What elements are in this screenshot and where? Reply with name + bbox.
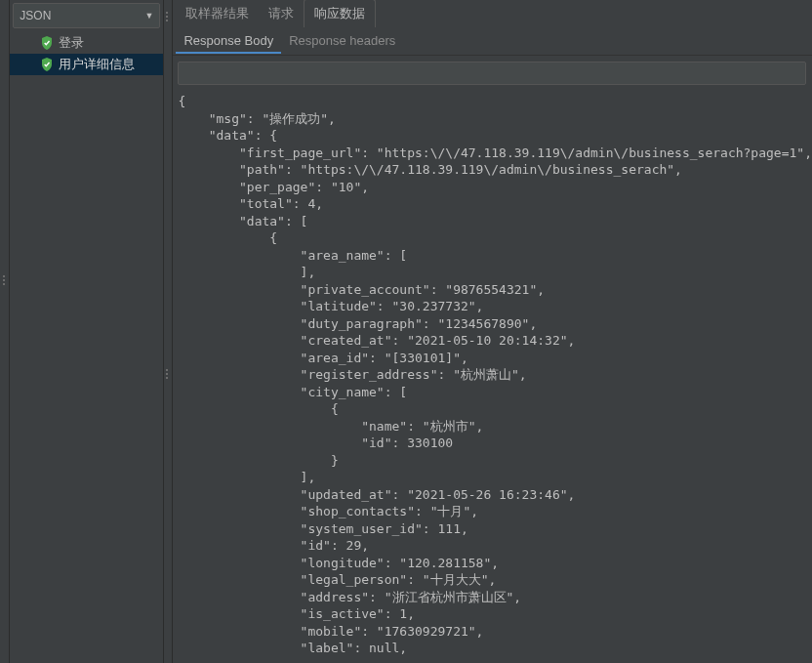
tab-response-headers[interactable]: Response headers <box>281 29 403 54</box>
drag-handle-icon[interactable] <box>166 12 168 21</box>
tree-item-label: 登录 <box>59 34 84 52</box>
tree-item-label: 用户详细信息 <box>59 56 135 73</box>
tree-item-login[interactable]: 登录 <box>10 32 163 54</box>
tab-sampler-result[interactable]: 取样器结果 <box>176 0 259 27</box>
search-input[interactable] <box>178 62 806 85</box>
tab-response-body[interactable]: Response Body <box>176 29 281 54</box>
main-content: 取样器结果 请求 响应数据 Response Body Response hea… <box>172 0 812 663</box>
main-panel: 取样器结果 请求 响应数据 Response Body Response hea… <box>164 0 812 663</box>
sample-tree: 登录 用户详细信息 <box>10 28 163 663</box>
chevron-down-icon: ▼ <box>144 11 153 21</box>
sidebar: JSON ▼ 登录 用户详细信息 <box>10 0 164 663</box>
inner-gutter <box>164 0 173 663</box>
format-select[interactable]: JSON ▼ <box>13 3 160 28</box>
shield-check-icon <box>41 36 53 50</box>
app-root: JSON ▼ 登录 用户详细信息 <box>0 0 812 663</box>
tab-response-data[interactable]: 响应数据 <box>304 0 376 27</box>
tab-request[interactable]: 请求 <box>259 0 304 27</box>
top-tab-row: 取样器结果 请求 响应数据 <box>172 0 812 27</box>
drag-handle-icon[interactable] <box>166 369 168 379</box>
tree-item-user-detail[interactable]: 用户详细信息 <box>10 54 163 75</box>
response-body-text[interactable]: { "msg": "操作成功", "data": { "first_page_u… <box>172 87 812 663</box>
sub-tab-row: Response Body Response headers <box>172 27 812 56</box>
outer-gutter <box>0 0 10 663</box>
format-select-label: JSON <box>20 9 51 22</box>
shield-check-icon <box>41 58 53 71</box>
drag-handle-icon[interactable] <box>3 275 5 285</box>
